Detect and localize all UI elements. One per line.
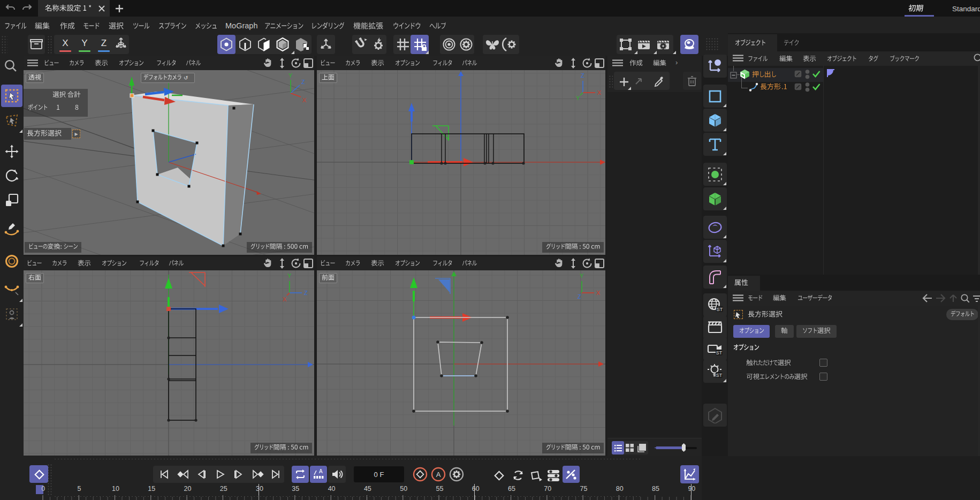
svg-text:Y: Y (288, 72, 293, 79)
svg-text:Y: Y (287, 272, 292, 279)
svg-text:Z: Z (581, 72, 584, 79)
svg-text:Z: Z (301, 79, 305, 85)
svg-text:ST: ST (716, 350, 723, 355)
svg-text:ST: ST (716, 373, 723, 378)
svg-text:Z: Z (578, 293, 581, 300)
svg-text:Y: Y (580, 272, 584, 279)
svg-text:X: X (597, 89, 602, 96)
svg-text:Y: Y (576, 95, 580, 101)
svg-text:Z: Z (304, 290, 308, 296)
svg-text:X: X (596, 290, 601, 296)
svg-text:X: X (283, 296, 287, 302)
svg-text:A: A (436, 471, 441, 479)
svg-text:X: X (302, 97, 307, 103)
svg-text:ST: ST (717, 307, 723, 312)
svg-text:A: A (319, 468, 323, 474)
